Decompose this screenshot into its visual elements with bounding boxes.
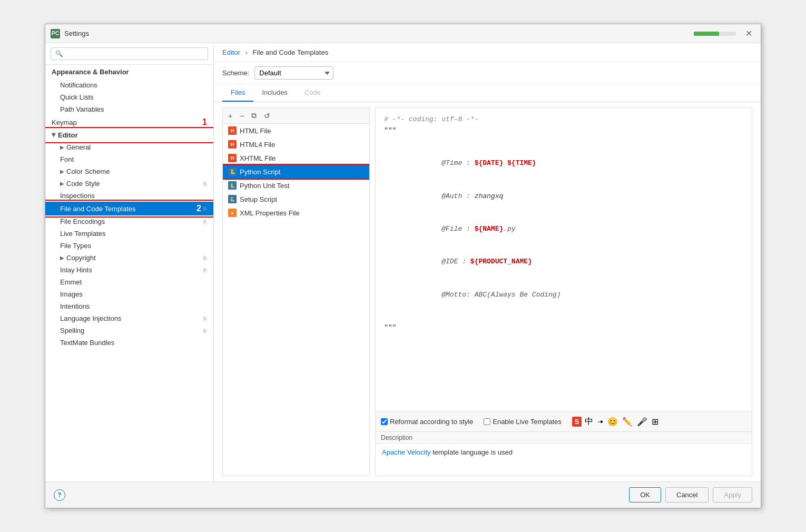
sidebar-item-live-templates[interactable]: Live Templates <box>45 228 213 240</box>
tab-files[interactable]: Files <box>222 84 253 102</box>
titlebar-left: PC Settings <box>51 29 89 38</box>
python-icon: 🐍 <box>228 168 237 176</box>
file-item-html[interactable]: H HTML File <box>223 124 369 137</box>
setup-script-icon: 🐍 <box>228 195 237 203</box>
code-editor[interactable]: # -*- coding: utf-8 -*- """ @Time : ${DA… <box>376 108 752 411</box>
sidebar-item-inspections[interactable]: Inspections <box>45 190 213 202</box>
sidebar-item-textmate-bundles[interactable]: TextMate Bundles <box>45 337 213 349</box>
cancel-button[interactable]: Cancel <box>665 487 709 503</box>
file-item-xhtml[interactable]: H XHTML File <box>223 151 369 165</box>
sidebar-item-images[interactable]: Images <box>45 288 213 300</box>
reformat-checkbox[interactable] <box>381 418 388 425</box>
color-scheme-chevron: ▶ <box>60 169 64 174</box>
inlay-hints-copy-icon: ⎘ <box>203 267 207 273</box>
window-title: Settings <box>64 29 89 37</box>
main-panel: Editor › File and Code Templates Scheme:… <box>214 43 761 481</box>
sidebar-item-spelling[interactable]: Spelling ⎘ <box>45 324 213 337</box>
pencil-btn[interactable]: ✏️ <box>621 416 634 428</box>
sidebar-item-path-variables[interactable]: Path Variables <box>45 103 213 115</box>
grammarly-btn[interactable]: S <box>572 417 582 427</box>
code-line-5: @Auth : zhangxq <box>384 180 743 213</box>
description-label: Description <box>376 432 752 444</box>
tab-includes[interactable]: Includes <box>253 84 296 102</box>
sidebar-item-file-encodings[interactable]: File Encodings ⎘ <box>45 215 213 228</box>
code-line-6: @File : ${NAME}.py <box>384 213 743 245</box>
sidebar-item-copyright[interactable]: ▶ Copyright ⎘ <box>45 252 213 264</box>
sidebar-item-intentions[interactable]: Intentions <box>45 300 213 312</box>
settings-window: PC Settings ✕ Appearance & Behavior Noti… <box>45 24 761 508</box>
sidebar-item-quick-lists[interactable]: Quick Lists <box>45 91 213 103</box>
scheme-label: Scheme: <box>222 69 249 77</box>
keymap-badge: 1 <box>202 117 207 127</box>
breadcrumb-current: File and Code Templates <box>253 48 329 56</box>
sidebar: Appearance & Behavior Notifications Quic… <box>45 43 214 481</box>
close-button[interactable]: ✕ <box>742 27 755 40</box>
live-templates-checkbox[interactable] <box>484 418 490 425</box>
sidebar-section-appearance: Appearance & Behavior <box>45 65 213 79</box>
help-button[interactable]: ? <box>54 489 65 501</box>
editor-chevron: ▶ <box>51 133 57 137</box>
file-item-python-unit-test[interactable]: 🐍 Python Unit Test <box>223 179 369 192</box>
copyright-copy-icon: ⎘ <box>203 255 207 261</box>
emoji-btn[interactable]: 😊 <box>606 416 619 428</box>
live-templates-checkbox-label[interactable]: Enable Live Templates <box>484 418 562 426</box>
language-injections-copy-icon: ⎘ <box>203 316 207 322</box>
sidebar-item-inlay-hints[interactable]: Inlay Hints ⎘ <box>45 264 213 276</box>
code-line-9 <box>384 311 743 322</box>
app-icon: PC <box>51 29 60 38</box>
reset-button[interactable]: ↺ <box>262 111 272 121</box>
code-line-10: """ <box>384 322 743 333</box>
file-item-label: HTML4 File <box>240 141 275 149</box>
sidebar-item-language-injections[interactable]: Language Injections ⎘ <box>45 312 213 324</box>
sidebar-item-code-style[interactable]: ▶ Code Style ⎘ <box>45 178 213 190</box>
apache-velocity-link[interactable]: Apache Velocity <box>382 448 431 456</box>
sidebar-item-emmet[interactable]: Emmet <box>45 276 213 288</box>
dots-btn[interactable]: ·• <box>596 416 604 428</box>
file-item-setup-script[interactable]: 🐍 Setup Script <box>223 192 369 206</box>
sidebar-item-file-types[interactable]: File Types <box>45 240 213 252</box>
copyright-chevron: ▶ <box>60 255 64 261</box>
scheme-row: Scheme: Default Project <box>214 62 761 84</box>
search-input[interactable] <box>51 47 208 60</box>
sidebar-item-color-scheme[interactable]: ▶ Color Scheme <box>45 165 213 178</box>
file-item-label: XHTML File <box>240 154 276 162</box>
sidebar-item-general[interactable]: ▶ General <box>45 141 213 153</box>
file-templates-badge: 2 <box>196 204 201 213</box>
file-item-html4[interactable]: H HTML4 File <box>223 137 369 151</box>
btn-row: OK Cancel Apply <box>629 487 752 503</box>
ok-button[interactable]: OK <box>629 487 661 503</box>
file-encodings-copy-icon: ⎘ <box>203 219 207 225</box>
description-rest: template language is used <box>431 448 513 456</box>
reformat-checkbox-label[interactable]: Reformat according to style <box>381 418 473 426</box>
content-area: Appearance & Behavior Notifications Quic… <box>45 43 761 481</box>
code-line-3 <box>384 136 743 147</box>
description-area: Description Apache Velocity template lan… <box>376 431 752 476</box>
sidebar-item-font[interactable]: Font <box>45 153 213 165</box>
grid-btn[interactable]: ⊞ <box>651 416 660 428</box>
code-line-7: @IDE : ${PRODUCT_NAME} <box>384 246 743 279</box>
file-item-label: XML Properties File <box>240 209 300 217</box>
code-line-8: @Motto: ABC(Always Be Coding) <box>384 279 743 311</box>
mic-btn[interactable]: 🎤 <box>636 416 648 428</box>
sidebar-item-keymap[interactable]: Keymap 1 <box>45 115 213 129</box>
remove-button[interactable]: − <box>238 111 246 121</box>
options-row: Reformat according to style Enable Live … <box>376 411 752 431</box>
html4-icon: H <box>228 140 237 149</box>
apply-button[interactable]: Apply <box>713 487 752 503</box>
sidebar-item-notifications[interactable]: Notifications <box>45 79 213 91</box>
code-line-1: # -*- coding: utf-8 -*- <box>384 114 743 125</box>
chinese-btn[interactable]: 中 <box>584 415 594 428</box>
file-item-xml-properties[interactable]: X XML Properties File <box>223 206 369 220</box>
code-line-2: """ <box>384 125 743 136</box>
scheme-select[interactable]: Default Project <box>254 66 333 80</box>
breadcrumb-parent[interactable]: Editor <box>222 48 240 56</box>
code-editor-panel: # -*- coding: utf-8 -*- """ @Time : ${DA… <box>375 107 752 476</box>
add-button[interactable]: + <box>226 111 234 121</box>
reformat-label: Reformat according to style <box>390 418 473 426</box>
sidebar-item-editor[interactable]: ▶ Editor <box>45 129 213 141</box>
code-line-4: @Time : ${DATE} ${TIME} <box>384 147 743 180</box>
copy-button[interactable]: ⧉ <box>249 110 259 121</box>
bottom-bar: ? OK Cancel Apply <box>45 481 761 508</box>
sidebar-item-file-and-code-templates[interactable]: File and Code Templates 2 ⎘ <box>45 202 213 215</box>
file-item-python-script[interactable]: 🐍 Python Script 3 <box>223 165 369 179</box>
